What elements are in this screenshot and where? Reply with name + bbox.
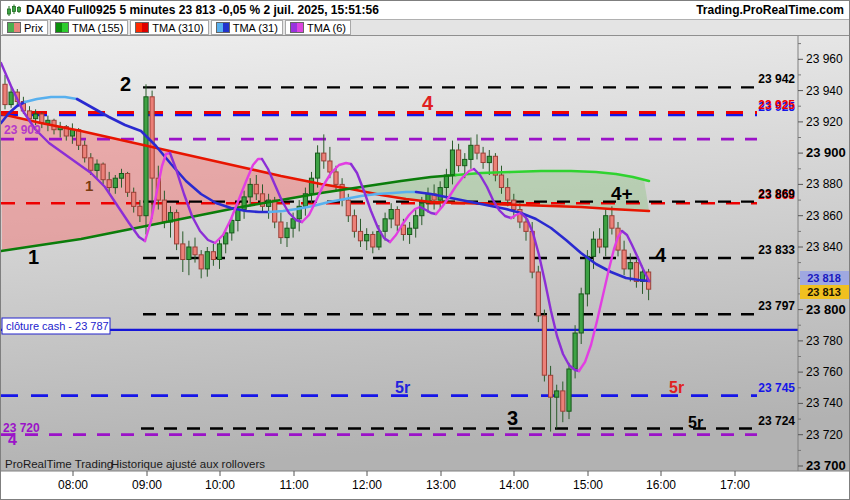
level-label: 23 724 bbox=[758, 414, 795, 428]
legend-item-label: TMA (6) bbox=[307, 22, 346, 34]
x-tick-label: 17:00 bbox=[720, 478, 750, 492]
candle-body bbox=[598, 239, 602, 247]
price-marker-label: 23 818 bbox=[807, 272, 841, 284]
left-level-label: 23 909 bbox=[4, 123, 41, 137]
candle-body bbox=[463, 159, 467, 165]
tma155-color-swatch bbox=[55, 22, 69, 33]
candle-body bbox=[181, 244, 185, 260]
candle-body bbox=[506, 188, 510, 201]
candle-body bbox=[3, 84, 7, 104]
candle-body bbox=[561, 391, 565, 411]
candle-body bbox=[285, 228, 289, 237]
candle-body bbox=[193, 247, 197, 255]
candle-body bbox=[89, 158, 93, 171]
x-tick-label: 11:00 bbox=[279, 478, 308, 492]
prorealtime-chart-window: DAX40 Full0925 5 minutes 23 813 -0,05 % … bbox=[0, 0, 850, 500]
candle-body bbox=[414, 216, 418, 229]
annotation-2: 2 bbox=[120, 73, 131, 95]
legend-item-prix[interactable]: Prix bbox=[2, 20, 48, 35]
legend-item-tma31[interactable]: TMA (31) bbox=[211, 20, 283, 35]
y-tick-label: 23 940 bbox=[806, 84, 843, 98]
y-tick-label: 23 800 bbox=[806, 302, 846, 317]
candle-body bbox=[524, 222, 528, 231]
annotation-4+: 4+ bbox=[611, 183, 633, 204]
candle-body bbox=[585, 256, 589, 294]
candle-body bbox=[579, 294, 583, 333]
legend-item-tma6[interactable]: TMA (6) bbox=[285, 20, 351, 35]
candle-body bbox=[175, 213, 179, 244]
candle-body bbox=[334, 172, 338, 185]
candle-body bbox=[101, 164, 105, 180]
candle-body bbox=[457, 150, 461, 166]
price-marker-label: 23 813 bbox=[807, 286, 841, 298]
candle-body bbox=[187, 247, 191, 260]
candle-body bbox=[205, 252, 209, 269]
candle-body bbox=[144, 97, 148, 216]
chart-title: DAX40 Full0925 5 minutes 23 813 -0,05 % … bbox=[26, 3, 379, 17]
x-tick-label: 15:00 bbox=[573, 478, 603, 492]
x-tick-label: 12:00 bbox=[352, 478, 382, 492]
y-tick-label: 23 860 bbox=[806, 209, 843, 223]
candle-body bbox=[555, 391, 559, 397]
y-tick-label: 23 740 bbox=[806, 396, 843, 410]
legend-item-tma155[interactable]: TMA (155) bbox=[50, 20, 128, 35]
candle-body bbox=[622, 250, 626, 269]
candle-body bbox=[408, 228, 412, 234]
candle-body bbox=[217, 244, 221, 260]
x-tick-label: 13:00 bbox=[426, 478, 456, 492]
candle-body bbox=[438, 188, 442, 201]
x-tick-label: 16:00 bbox=[646, 478, 676, 492]
x-tick-label: 14:00 bbox=[499, 478, 529, 492]
candle-body bbox=[469, 145, 473, 159]
candle-body bbox=[119, 174, 123, 179]
x-tick-label: 10:00 bbox=[205, 478, 235, 492]
level-label: 23 745 bbox=[758, 381, 795, 395]
candle-body bbox=[254, 184, 258, 193]
title-bar: DAX40 Full0925 5 minutes 23 813 -0,05 % … bbox=[1, 1, 849, 20]
candle-body bbox=[132, 192, 136, 206]
candle-body bbox=[138, 206, 142, 215]
y-tick-label: 23 880 bbox=[806, 177, 843, 191]
candle-body bbox=[536, 272, 540, 316]
y-tick-label: 23 840 bbox=[806, 240, 843, 254]
y-tick-label: 23 700 bbox=[806, 458, 846, 473]
candle-body bbox=[610, 216, 614, 229]
candle-body bbox=[604, 216, 608, 247]
annotation-5r: 5r bbox=[395, 379, 410, 396]
candle-body bbox=[389, 210, 393, 219]
legend-bar: PrixTMA (155)TMA (310)TMA (31)TMA (6) bbox=[1, 20, 849, 36]
candle-body bbox=[236, 210, 240, 221]
candle-body bbox=[150, 97, 154, 178]
candle-body bbox=[371, 235, 375, 248]
candle-body bbox=[481, 153, 485, 162]
annotation-4: 4 bbox=[422, 92, 434, 114]
candle-body bbox=[9, 92, 13, 105]
candle-body bbox=[83, 145, 87, 158]
candle-body bbox=[316, 153, 320, 178]
level-label: 23 925 bbox=[758, 98, 795, 112]
level-label: 23 942 bbox=[758, 72, 795, 86]
annotation-5r: 5r bbox=[669, 379, 684, 396]
candle-body bbox=[352, 216, 356, 232]
candle-body bbox=[487, 156, 491, 162]
candle-body bbox=[107, 180, 111, 188]
tma31-color-swatch bbox=[216, 22, 230, 33]
candlestick-icon bbox=[6, 4, 22, 17]
candle-body bbox=[395, 210, 399, 226]
candle-body bbox=[542, 316, 546, 375]
candle-body bbox=[322, 153, 326, 161]
level-label: 23 833 bbox=[758, 243, 795, 257]
candle-body bbox=[567, 369, 571, 411]
annotation-4: 4 bbox=[655, 244, 667, 266]
x-tick-label: 08:00 bbox=[58, 478, 88, 492]
candle-body bbox=[358, 231, 362, 240]
y-tick-label: 23 920 bbox=[806, 115, 843, 129]
candle-body bbox=[199, 255, 203, 269]
site-link[interactable]: Trading.ProRealTime.com bbox=[696, 3, 844, 17]
left-level-label: 23 720 bbox=[3, 421, 40, 435]
candle-body bbox=[499, 175, 503, 188]
tma6-color-swatch bbox=[290, 22, 304, 33]
price-chart-canvas[interactable]: 23 94223 92523 92523 86823 86923 83323 7… bbox=[1, 36, 850, 500]
annotation-1: 1 bbox=[28, 246, 39, 268]
legend-item-tma310[interactable]: TMA (310) bbox=[130, 20, 208, 35]
